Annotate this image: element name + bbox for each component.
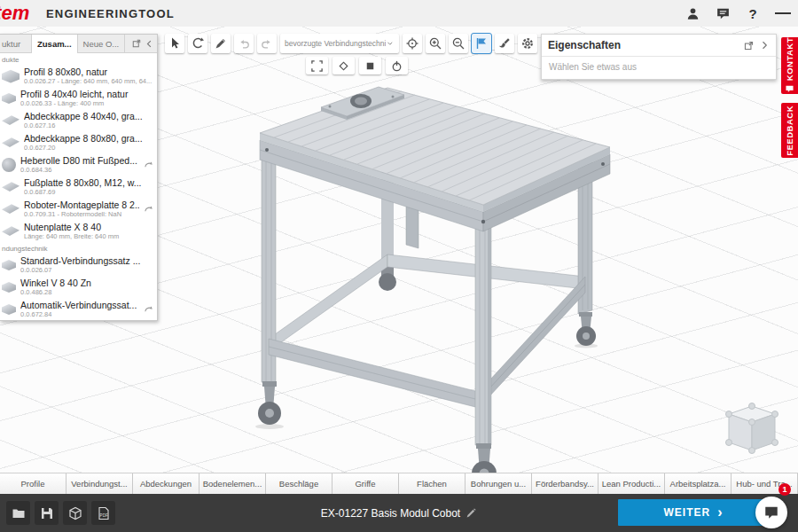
svg-text:PDF: PDF xyxy=(99,513,107,518)
power-icon xyxy=(390,59,403,73)
list-item-profil-8080[interactable]: Profil 8 80x80, natur0.0.026.27 - Länge:… xyxy=(0,65,157,87)
list-item-heberolle[interactable]: Heberolle D80 mit Fußped...0.0.684.36 xyxy=(0,153,157,176)
part-thumbnail-icon xyxy=(2,92,16,104)
export-pdf-button[interactable]: PDF xyxy=(91,501,115,525)
list-item-nutenplatte[interactable]: Nutenplatte X 8 40Länge: 640 mm, Breite:… xyxy=(0,220,157,242)
edit-pencil-icon[interactable] xyxy=(466,507,477,519)
measure-tool-button[interactable] xyxy=(211,34,231,53)
redo-button[interactable] xyxy=(257,34,277,53)
rotate-tool-button[interactable] xyxy=(188,34,207,53)
list-item-abdeckkappe-8080[interactable]: Abdeckkappe 8 80x80, gra...0.0.627.20 xyxy=(0,131,157,153)
gear-icon xyxy=(520,36,535,51)
tab-griffe[interactable]: Griffe xyxy=(332,473,399,494)
project-name: EX-01227 Basis Modul Cobot xyxy=(321,507,460,520)
tab-foerderbandsysteme[interactable]: Förderbandsy... xyxy=(532,473,598,494)
list-item-standard-verbindungssatz[interactable]: Standard-Verbindungssatz ...0.0.026.07 xyxy=(0,254,157,276)
brush-tool-button[interactable] xyxy=(495,34,514,53)
orientation-cube[interactable] xyxy=(726,403,778,454)
chat-bubble-icon xyxy=(763,505,779,520)
part-thumbnail-icon xyxy=(2,303,16,315)
list-item-fussplatte[interactable]: Fußplatte 8 80x80, M12, w...0.0.687.69 xyxy=(0,176,157,198)
fit-view-button[interactable] xyxy=(306,57,328,74)
list-item-automatik-verbindungssatz[interactable]: Automatik-Verbindungssat...0.0.672.84 xyxy=(0,298,157,320)
tab-bohrungen[interactable]: Bohrungen u... xyxy=(466,473,532,494)
export-3d-button[interactable] xyxy=(63,501,87,525)
popout-icon[interactable] xyxy=(131,38,142,49)
drag-arrow-icon xyxy=(144,160,153,169)
cube-icon xyxy=(68,506,82,520)
zoom-out-button[interactable] xyxy=(449,34,468,53)
part-thumbnail-icon xyxy=(2,203,20,215)
drag-arrow-icon xyxy=(144,304,153,314)
select-tool-button[interactable] xyxy=(165,34,184,53)
list-item-roboter-montageplatte[interactable]: Roboter-Montageplatte 8 2...0.0.709.31 -… xyxy=(0,198,157,220)
section-connection: ndungstechnik xyxy=(0,242,157,254)
list-item-profil-4040[interactable]: Profil 8 40x40 leicht, natur0.0.026.33 -… xyxy=(0,87,157,109)
chat-icon xyxy=(785,84,794,94)
settings-button[interactable] xyxy=(518,34,537,53)
user-icon[interactable] xyxy=(685,5,700,21)
feedback-side-tab[interactable]: FEEDBACK xyxy=(781,103,798,158)
part-thumbnail-icon xyxy=(2,259,16,270)
redo-icon xyxy=(260,36,274,51)
header: item ENGINEERINGTOOL ? xyxy=(0,0,798,27)
part-thumbnail-icon xyxy=(2,137,20,148)
tab-verbindungstechnik[interactable]: Verbindungst... xyxy=(66,473,133,494)
parts-panel: uktur Zusam... Neue O... dukte Profil 8 … xyxy=(0,34,158,321)
pen-icon xyxy=(214,36,228,51)
undo-icon xyxy=(237,36,251,51)
properties-empty-hint: Wählen Sie etwas aus xyxy=(542,56,776,79)
weiter-button[interactable]: WEITER › xyxy=(618,499,769,526)
properties-panel: Eigenschaften Wählen Sie etwas aus xyxy=(541,34,777,80)
iso-view-button[interactable] xyxy=(332,57,355,74)
feedback-comment-icon[interactable] xyxy=(715,5,731,21)
target-icon xyxy=(405,36,419,51)
view-toolbar xyxy=(306,57,408,74)
list-item-abdeckkappe-4040[interactable]: Abdeckkappe 8 40x40, gra...0.0.627.16 xyxy=(0,109,157,131)
part-thumbnail-icon xyxy=(2,225,20,237)
drag-arrow-icon xyxy=(144,204,153,214)
help-icon[interactable]: ? xyxy=(745,5,761,21)
app-title: ENGINEERINGTOOL xyxy=(46,7,175,20)
connection-type-dropdown[interactable]: bevorzugte Verbindungstechnik xyxy=(280,34,399,53)
folder-icon xyxy=(12,506,26,520)
category-tab-bar: Profile Verbindungst... Abdeckungen Bode… xyxy=(0,473,798,494)
diamond-icon xyxy=(337,59,350,73)
tab-beschlaege[interactable]: Beschläge xyxy=(266,473,332,494)
tab-profile[interactable]: Profile xyxy=(0,473,66,494)
tab-zusammenbau[interactable]: Zusam... xyxy=(32,35,78,53)
rotate-icon xyxy=(191,36,205,51)
part-thumbnail-icon xyxy=(2,114,20,126)
tab-abdeckungen[interactable]: Abdeckungen xyxy=(133,473,200,494)
popout-icon[interactable] xyxy=(743,40,755,51)
parts-panel-tabs: uktur Zusam... Neue O... xyxy=(0,35,157,53)
reset-view-button[interactable] xyxy=(386,57,408,74)
brand-logo: item xyxy=(0,0,30,27)
zoom-in-button[interactable] xyxy=(426,34,445,53)
chevron-right-icon[interactable] xyxy=(759,40,770,51)
tab-bodenelemente[interactable]: Bodenelemen... xyxy=(200,473,266,494)
menu-icon[interactable] xyxy=(775,5,791,21)
flag-icon xyxy=(474,36,489,51)
contact-side-tab[interactable]: KONTAKT xyxy=(781,37,798,94)
chevron-down-icon xyxy=(386,39,395,48)
list-item-winkel[interactable]: Winkel V 8 40 Zn0.0.486.28 xyxy=(0,276,157,298)
brush-icon xyxy=(497,36,512,51)
front-view-button[interactable] xyxy=(359,57,381,74)
tab-lean-production[interactable]: Lean Producti... xyxy=(598,473,665,494)
chevron-right-icon: › xyxy=(717,505,723,520)
open-project-button[interactable] xyxy=(6,501,30,525)
save-button[interactable] xyxy=(35,501,59,525)
support-chat-button[interactable] xyxy=(755,497,787,528)
paint-flag-tool-button[interactable] xyxy=(472,34,491,53)
collapse-panel-icon[interactable] xyxy=(145,39,154,49)
tab-flaechen[interactable]: Flächen xyxy=(399,473,466,494)
tab-arbeitsplatz[interactable]: Arbeitsplatza... xyxy=(665,473,732,494)
cursor-icon xyxy=(168,36,182,51)
tab-neu[interactable]: Neue O... xyxy=(78,35,126,53)
part-thumbnail-icon xyxy=(2,69,20,83)
center-target-button[interactable] xyxy=(403,34,422,53)
tab-struktur[interactable]: uktur xyxy=(0,35,32,53)
undo-button[interactable] xyxy=(234,34,254,53)
zoom-out-icon xyxy=(451,36,466,51)
